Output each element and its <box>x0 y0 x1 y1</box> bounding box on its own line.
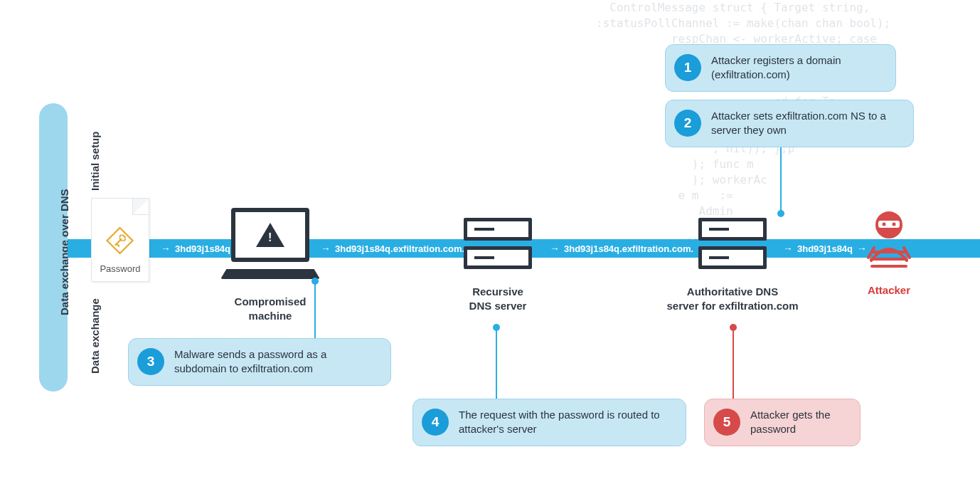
password-file-label: Password <box>92 263 149 274</box>
attacker-icon <box>864 209 914 278</box>
step-4-callout: 4 The request with the password is route… <box>412 399 686 446</box>
server-stack-icon <box>698 218 767 269</box>
key-icon: ⚿ <box>102 223 139 260</box>
flow-token-2: 3hd93j1s84q.exfiltration.com. <box>335 243 464 254</box>
step-number: 3 <box>137 348 164 375</box>
step-number: 4 <box>422 409 449 436</box>
connector-line <box>496 327 497 399</box>
node-authoritative-dns: Authoritative DNSserver for exfiltration… <box>661 218 804 314</box>
node-compromised-machine: Compromisedmachine <box>213 208 327 324</box>
step-number: 1 <box>674 54 701 81</box>
node-recursive-dns: RecursiveDNS server <box>455 218 540 314</box>
laptop-warning-icon <box>220 208 320 279</box>
flow-token-4: 3hd93j1s84q <box>797 243 853 254</box>
step-1-callout: 1 Attacker registers a domain (exfiltrat… <box>665 44 896 92</box>
step-5-callout: 5 Attacker gets the password <box>704 399 861 446</box>
connector-dot <box>311 278 319 285</box>
step-number: 5 <box>713 409 740 436</box>
section-label-initial-setup: Initial setup <box>89 132 101 191</box>
connector-dot <box>730 324 737 331</box>
step-text: Attacker sets exfiltration.com NS to a s… <box>711 109 899 138</box>
step-3-callout: 3 Malware sends a password as a subdomai… <box>128 338 391 386</box>
svg-point-3 <box>893 223 896 226</box>
node-recursive-label: RecursiveDNS server <box>455 285 540 314</box>
node-attacker: Attacker <box>857 209 921 298</box>
step-text: Malware sends a password as a subdomain … <box>174 347 376 377</box>
connector-line <box>314 281 316 338</box>
connector-dot <box>777 210 784 217</box>
svg-point-2 <box>883 223 886 226</box>
step-text: Attacker gets the password <box>750 408 846 437</box>
step-number: 2 <box>674 110 701 137</box>
step-text: Attacker registers a domain (exfiltratio… <box>711 53 881 83</box>
step-2-callout: 2 Attacker sets exfiltration.com NS to a… <box>665 100 914 147</box>
node-compromised-label: Compromisedmachine <box>213 295 327 324</box>
step-text: The request with the password is routed … <box>459 408 671 437</box>
connector-line <box>780 146 782 214</box>
svg-rect-1 <box>878 221 900 228</box>
section-label-data-exchange: Data exchange <box>89 298 101 374</box>
server-stack-icon <box>464 218 532 269</box>
connector-dot <box>493 324 500 331</box>
node-authoritative-label: Authoritative DNSserver for exfiltration… <box>661 285 804 314</box>
node-attacker-label: Attacker <box>857 283 921 298</box>
password-file-icon: ⚿ Password <box>91 198 149 282</box>
connector-line <box>733 327 734 399</box>
